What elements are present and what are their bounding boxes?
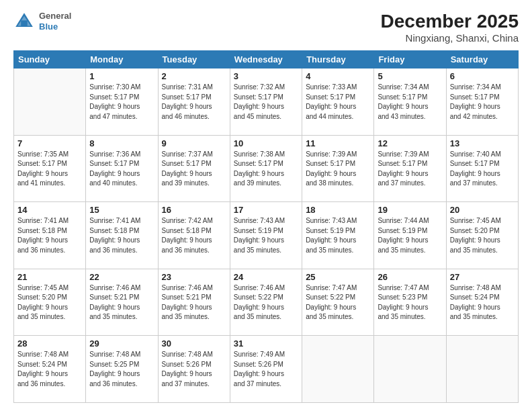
- day-info: Sunrise: 7:47 AM Sunset: 5:23 PM Dayligh…: [378, 283, 442, 322]
- calendar-cell: 4Sunrise: 7:33 AM Sunset: 5:17 PM Daylig…: [302, 68, 374, 136]
- week-row-4: 21Sunrise: 7:45 AM Sunset: 5:20 PM Dayli…: [14, 269, 519, 336]
- calendar-cell: 11Sunrise: 7:39 AM Sunset: 5:17 PM Dayli…: [302, 135, 374, 202]
- logo-text: General Blue: [39, 11, 71, 32]
- calendar-cell: 19Sunrise: 7:44 AM Sunset: 5:19 PM Dayli…: [374, 202, 446, 269]
- day-number: 20: [450, 205, 515, 215]
- logo-line1: General: [39, 11, 71, 21]
- calendar-title: December 2025: [381, 11, 519, 32]
- calendar-cell: 14Sunrise: 7:41 AM Sunset: 5:18 PM Dayli…: [14, 202, 86, 269]
- calendar-cell: 9Sunrise: 7:37 AM Sunset: 5:17 PM Daylig…: [158, 135, 230, 202]
- week-row-3: 14Sunrise: 7:41 AM Sunset: 5:18 PM Dayli…: [14, 202, 519, 269]
- day-number: 18: [306, 205, 370, 215]
- day-info: Sunrise: 7:34 AM Sunset: 5:17 PM Dayligh…: [450, 83, 515, 122]
- day-number: 21: [17, 272, 82, 282]
- day-info: Sunrise: 7:44 AM Sunset: 5:19 PM Dayligh…: [378, 216, 442, 255]
- week-row-5: 28Sunrise: 7:48 AM Sunset: 5:24 PM Dayli…: [14, 336, 519, 403]
- header: General Blue December 2025 Ningxiang, Sh…: [13, 11, 519, 44]
- day-number: 7: [17, 138, 82, 148]
- logo: General Blue: [13, 11, 71, 32]
- calendar-cell: 29Sunrise: 7:48 AM Sunset: 5:25 PM Dayli…: [86, 336, 158, 403]
- calendar-cell: 8Sunrise: 7:36 AM Sunset: 5:17 PM Daylig…: [86, 135, 158, 202]
- day-number: 27: [450, 272, 515, 282]
- week-row-2: 7Sunrise: 7:35 AM Sunset: 5:17 PM Daylig…: [14, 135, 519, 202]
- day-info: Sunrise: 7:45 AM Sunset: 5:20 PM Dayligh…: [17, 283, 82, 322]
- day-number: 15: [89, 205, 154, 215]
- calendar-cell: 31Sunrise: 7:49 AM Sunset: 5:26 PM Dayli…: [230, 336, 302, 403]
- calendar-cell: 17Sunrise: 7:43 AM Sunset: 5:19 PM Dayli…: [230, 202, 302, 269]
- day-number: 16: [162, 205, 226, 215]
- calendar-cell: 12Sunrise: 7:39 AM Sunset: 5:17 PM Dayli…: [374, 135, 446, 202]
- calendar-cell: 10Sunrise: 7:38 AM Sunset: 5:17 PM Dayli…: [230, 135, 302, 202]
- day-number: 22: [89, 272, 154, 282]
- logo-icon: [13, 11, 35, 32]
- calendar-cell: 5Sunrise: 7:34 AM Sunset: 5:17 PM Daylig…: [374, 68, 446, 136]
- day-info: Sunrise: 7:39 AM Sunset: 5:17 PM Dayligh…: [306, 150, 370, 189]
- logo-line2: Blue: [39, 21, 71, 32]
- day-info: Sunrise: 7:32 AM Sunset: 5:17 PM Dayligh…: [234, 83, 298, 122]
- day-info: Sunrise: 7:34 AM Sunset: 5:17 PM Dayligh…: [378, 83, 442, 122]
- calendar-subtitle: Ningxiang, Shanxi, China: [381, 32, 519, 44]
- calendar-body: 1Sunrise: 7:30 AM Sunset: 5:17 PM Daylig…: [14, 68, 519, 403]
- calendar-cell: 21Sunrise: 7:45 AM Sunset: 5:20 PM Dayli…: [14, 269, 86, 336]
- day-info: Sunrise: 7:40 AM Sunset: 5:17 PM Dayligh…: [450, 150, 515, 189]
- calendar-cell: [14, 68, 86, 136]
- weekday-header-wednesday: Wednesday: [230, 51, 302, 68]
- day-info: Sunrise: 7:48 AM Sunset: 5:25 PM Dayligh…: [89, 350, 154, 389]
- day-number: 28: [17, 338, 82, 349]
- calendar-cell: 6Sunrise: 7:34 AM Sunset: 5:17 PM Daylig…: [446, 68, 518, 136]
- day-number: 29: [89, 338, 154, 349]
- day-number: 11: [306, 138, 370, 148]
- day-number: 8: [89, 138, 154, 148]
- calendar-cell: 13Sunrise: 7:40 AM Sunset: 5:17 PM Dayli…: [446, 135, 518, 202]
- calendar-cell: 22Sunrise: 7:46 AM Sunset: 5:21 PM Dayli…: [86, 269, 158, 336]
- calendar-cell: 3Sunrise: 7:32 AM Sunset: 5:17 PM Daylig…: [230, 68, 302, 136]
- calendar-cell: 2Sunrise: 7:31 AM Sunset: 5:17 PM Daylig…: [158, 68, 230, 136]
- day-number: 2: [162, 71, 226, 81]
- day-info: Sunrise: 7:49 AM Sunset: 5:26 PM Dayligh…: [234, 350, 298, 389]
- calendar-cell: 27Sunrise: 7:48 AM Sunset: 5:24 PM Dayli…: [446, 269, 518, 336]
- day-info: Sunrise: 7:37 AM Sunset: 5:17 PM Dayligh…: [162, 150, 226, 189]
- day-info: Sunrise: 7:48 AM Sunset: 5:24 PM Dayligh…: [17, 350, 82, 389]
- day-info: Sunrise: 7:38 AM Sunset: 5:17 PM Dayligh…: [234, 150, 298, 189]
- calendar-cell: 26Sunrise: 7:47 AM Sunset: 5:23 PM Dayli…: [374, 269, 446, 336]
- svg-rect-2: [21, 20, 28, 27]
- calendar-cell: [446, 336, 518, 403]
- calendar-cell: 7Sunrise: 7:35 AM Sunset: 5:17 PM Daylig…: [14, 135, 86, 202]
- day-info: Sunrise: 7:42 AM Sunset: 5:18 PM Dayligh…: [162, 216, 226, 255]
- day-info: Sunrise: 7:48 AM Sunset: 5:24 PM Dayligh…: [450, 283, 515, 322]
- day-number: 13: [450, 138, 515, 148]
- day-number: 12: [378, 138, 442, 148]
- day-number: 26: [378, 272, 442, 282]
- weekday-header-tuesday: Tuesday: [158, 51, 230, 68]
- day-info: Sunrise: 7:43 AM Sunset: 5:19 PM Dayligh…: [306, 216, 370, 255]
- day-info: Sunrise: 7:46 AM Sunset: 5:21 PM Dayligh…: [89, 283, 154, 322]
- day-info: Sunrise: 7:43 AM Sunset: 5:19 PM Dayligh…: [234, 216, 298, 255]
- day-number: 1: [89, 71, 154, 81]
- calendar-header: SundayMondayTuesdayWednesdayThursdayFrid…: [14, 51, 519, 68]
- title-block: December 2025 Ningxiang, Shanxi, China: [381, 11, 519, 44]
- calendar-cell: 16Sunrise: 7:42 AM Sunset: 5:18 PM Dayli…: [158, 202, 230, 269]
- weekday-header-thursday: Thursday: [302, 51, 374, 68]
- week-row-1: 1Sunrise: 7:30 AM Sunset: 5:17 PM Daylig…: [14, 68, 519, 136]
- day-number: 19: [378, 205, 442, 215]
- calendar-cell: 28Sunrise: 7:48 AM Sunset: 5:24 PM Dayli…: [14, 336, 86, 403]
- day-number: 24: [234, 272, 298, 282]
- weekday-header-saturday: Saturday: [446, 51, 518, 68]
- day-number: 25: [306, 272, 370, 282]
- calendar-cell: 15Sunrise: 7:41 AM Sunset: 5:18 PM Dayli…: [86, 202, 158, 269]
- calendar-cell: 24Sunrise: 7:46 AM Sunset: 5:22 PM Dayli…: [230, 269, 302, 336]
- weekday-header-friday: Friday: [374, 51, 446, 68]
- calendar-cell: [374, 336, 446, 403]
- weekday-header-row: SundayMondayTuesdayWednesdayThursdayFrid…: [14, 51, 519, 68]
- day-info: Sunrise: 7:45 AM Sunset: 5:20 PM Dayligh…: [450, 216, 515, 255]
- calendar-cell: 1Sunrise: 7:30 AM Sunset: 5:17 PM Daylig…: [86, 68, 158, 136]
- day-number: 9: [162, 138, 226, 148]
- day-number: 5: [378, 71, 442, 81]
- day-info: Sunrise: 7:41 AM Sunset: 5:18 PM Dayligh…: [17, 216, 82, 255]
- weekday-header-monday: Monday: [86, 51, 158, 68]
- calendar-cell: [302, 336, 374, 403]
- calendar-cell: 18Sunrise: 7:43 AM Sunset: 5:19 PM Dayli…: [302, 202, 374, 269]
- day-number: 4: [306, 71, 370, 81]
- day-info: Sunrise: 7:47 AM Sunset: 5:22 PM Dayligh…: [306, 283, 370, 322]
- day-number: 17: [234, 205, 298, 215]
